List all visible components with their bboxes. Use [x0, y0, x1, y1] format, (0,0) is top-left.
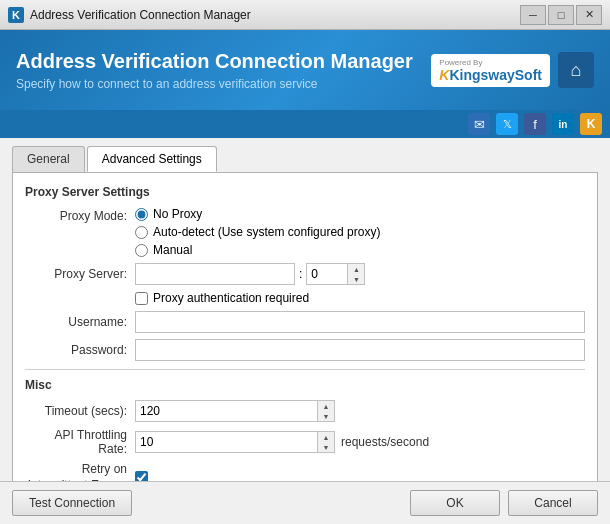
timeout-input-container: ▲ ▼: [135, 400, 335, 422]
timeout-spin-up[interactable]: ▲: [318, 401, 334, 411]
misc-section-title: Misc: [25, 378, 585, 392]
proxy-server-row: Proxy Server: : ▲ ▼: [25, 263, 585, 285]
cancel-button[interactable]: Cancel: [508, 490, 598, 516]
timeout-row: Timeout (secs): ▲ ▼: [25, 400, 585, 422]
proxy-manual-option[interactable]: Manual: [135, 243, 380, 257]
footer: Test Connection OK Cancel: [0, 481, 610, 524]
port-separator: :: [299, 267, 302, 281]
proxy-auto-radio[interactable]: [135, 226, 148, 239]
port-input-container: ▲ ▼: [306, 263, 365, 285]
header-text: Address Verification Connection Manager …: [16, 49, 413, 91]
proxy-server-label: Proxy Server:: [25, 267, 135, 281]
proxy-manual-radio[interactable]: [135, 244, 148, 257]
app-subtitle: Specify how to connect to an address ver…: [16, 77, 413, 91]
facebook-icon[interactable]: f: [524, 113, 546, 135]
proxy-server-input[interactable]: [135, 263, 295, 285]
auth-checkbox-row: Proxy authentication required: [135, 291, 585, 305]
proxy-auto-label: Auto-detect (Use system configured proxy…: [153, 225, 380, 239]
powered-by-text: Powered By: [439, 58, 482, 67]
username-label: Username:: [25, 315, 135, 329]
port-spin-up[interactable]: ▲: [348, 264, 364, 274]
password-input[interactable]: [135, 339, 585, 361]
home-icon[interactable]: ⌂: [558, 52, 594, 88]
footer-actions: OK Cancel: [410, 490, 598, 516]
username-input[interactable]: [135, 311, 585, 333]
throttle-spinner: ▲ ▼: [317, 432, 334, 452]
proxy-no-proxy-option[interactable]: No Proxy: [135, 207, 380, 221]
proxy-mode-row: Proxy Mode: No Proxy Auto-detect (Use sy…: [25, 207, 585, 257]
timeout-input[interactable]: [136, 401, 317, 421]
settings-panel: Proxy Server Settings Proxy Mode: No Pro…: [12, 172, 598, 512]
proxy-server-inputs: : ▲ ▼: [135, 263, 365, 285]
close-button[interactable]: ✕: [576, 5, 602, 25]
timeout-spinner: ▲ ▼: [317, 401, 334, 421]
main-content: General Advanced Settings Proxy Server S…: [0, 138, 610, 520]
auth-checkbox[interactable]: [135, 292, 148, 305]
throttle-label: API Throttling Rate:: [25, 428, 135, 456]
tab-advanced-settings[interactable]: Advanced Settings: [87, 146, 217, 172]
title-bar: K Address Verification Connection Manage…: [0, 0, 610, 30]
brand-suffix: Soft: [515, 67, 542, 83]
ok-button[interactable]: OK: [410, 490, 500, 516]
port-input[interactable]: [307, 264, 347, 284]
header-logo: Powered By KKingswaySoft ⌂: [431, 52, 594, 88]
app-icon: K: [8, 7, 24, 23]
window-title: Address Verification Connection Manager: [30, 8, 520, 22]
app-title: Address Verification Connection Manager: [16, 49, 413, 73]
proxy-no-proxy-radio[interactable]: [135, 208, 148, 221]
minimize-button[interactable]: ─: [520, 5, 546, 25]
twitter-icon[interactable]: 𝕏: [496, 113, 518, 135]
proxy-auto-option[interactable]: Auto-detect (Use system configured proxy…: [135, 225, 380, 239]
auth-checkbox-label: Proxy authentication required: [153, 291, 309, 305]
mail-icon[interactable]: ✉: [468, 113, 490, 135]
proxy-mode-label: Proxy Mode:: [25, 207, 135, 223]
throttle-spin-up[interactable]: ▲: [318, 432, 334, 442]
proxy-section-title: Proxy Server Settings: [25, 185, 585, 199]
window-controls: ─ □ ✕: [520, 5, 602, 25]
linkedin-icon[interactable]: in: [552, 113, 574, 135]
throttle-spin-down[interactable]: ▼: [318, 442, 334, 452]
test-connection-button[interactable]: Test Connection: [12, 490, 132, 516]
brand-k: K: [439, 67, 449, 83]
tab-bar: General Advanced Settings: [12, 146, 598, 172]
throttle-suffix: requests/second: [341, 435, 429, 449]
timeout-spin-down[interactable]: ▼: [318, 411, 334, 421]
proxy-mode-options: No Proxy Auto-detect (Use system configu…: [135, 207, 380, 257]
proxy-manual-label: Manual: [153, 243, 192, 257]
brand-text: Kingsway: [449, 67, 514, 83]
brand-name: KKingswaySoft: [439, 67, 542, 83]
tab-general[interactable]: General: [12, 146, 85, 172]
throttle-row: API Throttling Rate: ▲ ▼ requests/second: [25, 428, 585, 456]
maximize-button[interactable]: □: [548, 5, 574, 25]
section-divider: [25, 369, 585, 370]
port-spin-down[interactable]: ▼: [348, 274, 364, 284]
port-spinner: ▲ ▼: [347, 264, 364, 284]
password-row: Password:: [25, 339, 585, 361]
header: Address Verification Connection Manager …: [0, 30, 610, 110]
username-row: Username:: [25, 311, 585, 333]
throttle-input-container: ▲ ▼: [135, 431, 335, 453]
proxy-no-proxy-label: No Proxy: [153, 207, 202, 221]
brand-badge: Powered By KKingswaySoft: [431, 54, 550, 87]
timeout-label: Timeout (secs):: [25, 404, 135, 418]
throttle-input[interactable]: [136, 432, 317, 452]
password-label: Password:: [25, 343, 135, 357]
k-icon[interactable]: K: [580, 113, 602, 135]
social-bar: ✉ 𝕏 f in K: [0, 110, 610, 138]
